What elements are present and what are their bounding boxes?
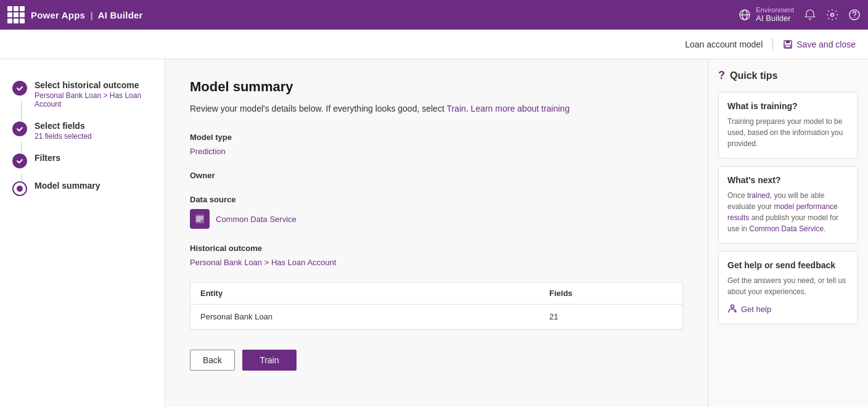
common-data-service-icon [190, 209, 210, 229]
quick-tips-header: ? Quick tips [718, 69, 858, 82]
quick-tips-title: Quick tips [730, 70, 777, 81]
button-row: Back Train [190, 350, 683, 371]
topnav-left: Power Apps | AI Builder [7, 6, 143, 23]
entity-cell: Personal Bank Loan [200, 312, 549, 321]
qt-card-3: Get help or send feedback Get the answer… [718, 251, 858, 324]
data-source-row: Common Data Service [190, 209, 683, 229]
topnav: Power Apps | AI Builder Environment AI B… [0, 0, 868, 30]
qt-card-3-title: Get help or send feedback [727, 260, 849, 270]
entity-column-header: Entity [200, 289, 549, 298]
save-close-button[interactable]: Save and close [783, 39, 856, 49]
apps-grid-icon[interactable] [7, 6, 25, 23]
qt-card-1-text: Training prepares your model to be used,… [727, 116, 849, 149]
header-divider [772, 38, 773, 51]
step-circle-3 [12, 154, 27, 168]
qt-card-2: What's next? Once trained, you will be a… [718, 166, 858, 244]
quick-tips-icon: ? [718, 69, 725, 82]
model-name-label: Loan account model [685, 39, 763, 49]
sidebar-item-select-historical-outcome[interactable]: Select historical outcome Personal Bank … [0, 74, 165, 115]
fields-column-header: Fields [549, 289, 673, 298]
get-help-link[interactable]: Get help [741, 305, 771, 314]
description: Review your model's details below. If ev… [190, 102, 683, 115]
qt-card-1: What is training? Training prepares your… [718, 92, 858, 158]
brand-title: Power Apps | AI Builder [31, 10, 143, 20]
learn-more-link[interactable]: Learn more about training [471, 104, 570, 113]
historical-outcome-section: Historical outcome Personal Bank Loan > … [190, 244, 683, 267]
table-header: Entity Fields [190, 282, 682, 305]
svg-rect-7 [786, 41, 790, 43]
entity-fields-table: Entity Fields Personal Bank Loan 21 [190, 282, 683, 330]
qt-card-3-text: Get the answers you need, or tell us abo… [727, 275, 849, 297]
environment-text: Environment AI Builder [756, 7, 794, 23]
sidebar-item-model-summary[interactable]: Model summary [0, 175, 165, 196]
topnav-right: Environment AI Builder [739, 7, 861, 23]
get-help-icon [727, 303, 737, 315]
historical-outcome-value[interactable]: Personal Bank Loan > Has Loan Account [190, 258, 683, 267]
environment-globe-icon [739, 9, 751, 21]
data-source-section: Data source Common Data Service [190, 195, 683, 229]
sidebar-item-select-fields[interactable]: Select fields 21 fields selected [0, 115, 165, 147]
sidebar: Select historical outcome Personal Bank … [0, 59, 165, 407]
fields-cell: 21 [549, 312, 673, 321]
step-content-3: Filters [35, 153, 60, 163]
svg-point-5 [854, 17, 855, 18]
environment-selector[interactable]: Environment AI Builder [739, 7, 794, 23]
svg-point-3 [831, 14, 834, 17]
owner-section: Owner [190, 171, 683, 180]
sidebar-item-filters[interactable]: Filters [0, 147, 165, 175]
back-button[interactable]: Back [190, 350, 235, 371]
save-icon [783, 39, 793, 49]
header-bar: Loan account model Save and close [0, 30, 868, 59]
quick-tips-panel: ? Quick tips What is training? Training … [708, 59, 868, 407]
data-source-value[interactable]: Common Data Service [216, 215, 297, 224]
notifications-icon[interactable] [804, 9, 816, 21]
content-area: Model summary Review your model's detail… [165, 59, 708, 407]
page-title: Model summary [190, 79, 683, 95]
table-row: Personal Bank Loan 21 [190, 305, 682, 329]
svg-rect-8 [785, 45, 790, 47]
train-button[interactable]: Train [242, 350, 296, 371]
settings-icon[interactable] [826, 9, 838, 21]
qt-card-1-title: What is training? [727, 101, 849, 111]
help-icon[interactable] [848, 9, 861, 21]
step-circle-4 [12, 181, 27, 196]
step-circle-1 [12, 81, 27, 96]
step-content-1: Select historical outcome Personal Bank … [35, 80, 152, 109]
train-link[interactable]: Train [446, 104, 465, 113]
model-type-value: Prediction [190, 147, 683, 156]
step-circle-2 [12, 121, 27, 136]
qt-card-2-text: Once trained, you will be able evaluate … [727, 190, 849, 234]
step-content-2: Select fields 21 fields selected [35, 121, 92, 141]
main-layout: Select historical outcome Personal Bank … [0, 59, 868, 407]
qt-card-2-title: What's next? [727, 175, 849, 185]
get-help-row[interactable]: Get help [727, 303, 849, 315]
step-content-4: Model summary [35, 181, 100, 191]
svg-point-10 [731, 305, 734, 308]
model-type-section: Model type Prediction [190, 133, 683, 156]
